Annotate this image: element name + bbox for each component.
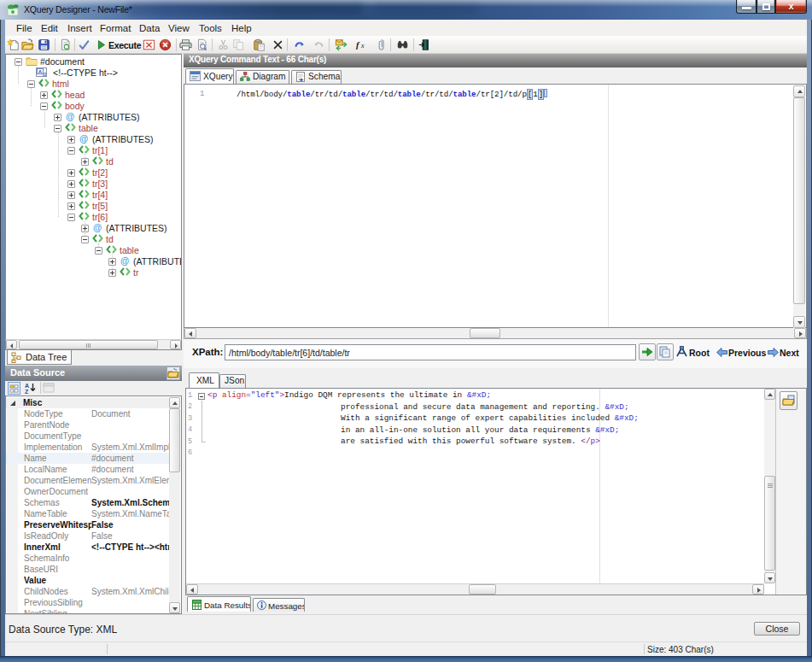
svg-text:A: A <box>38 69 43 74</box>
svg-text:A: A <box>25 383 29 389</box>
svg-text:x: x <box>360 42 365 50</box>
svg-text:Z: Z <box>25 389 29 395</box>
svg-text:f: f <box>356 40 360 50</box>
